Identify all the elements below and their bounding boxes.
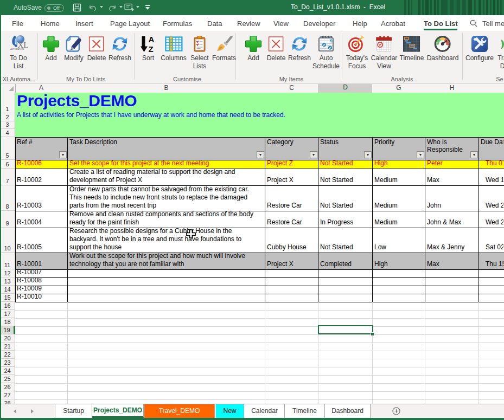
svg-text:Z: Z <box>149 44 154 54</box>
svg-text:XL: XL <box>18 41 28 49</box>
svg-text:AUTOMATION: AUTOMATION <box>10 48 24 50</box>
svg-text:A: A <box>149 35 155 44</box>
